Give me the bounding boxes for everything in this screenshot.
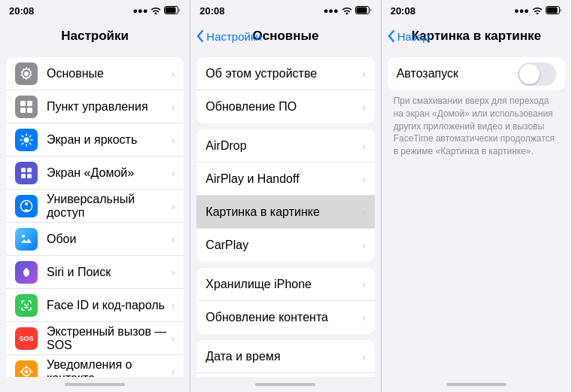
home-bar-3	[446, 383, 507, 386]
chevron-sos: ›	[172, 333, 175, 345]
label-carplay: CarPlay	[205, 239, 359, 252]
chevron-airplay: ›	[362, 173, 366, 185]
signal-icon: ●●●	[132, 6, 148, 15]
row-airplay[interactable]: AirPlay и Handoff ›	[196, 163, 374, 196]
svg-rect-43	[546, 7, 557, 13]
pip-content: Автозапуск При смахивании вверх для пере…	[382, 51, 571, 377]
label-obnovlenie: Обновление ПО	[205, 100, 359, 114]
svg-point-22	[22, 235, 25, 238]
status-icons-2: ●●●	[324, 6, 372, 16]
status-icons-1: ●●●	[132, 6, 181, 16]
svg-point-2	[24, 71, 29, 76]
svg-rect-18	[21, 174, 26, 178]
status-bar-2: 20:08 ●●●	[190, 0, 380, 21]
row-uved[interactable]: Уведомления о контакте ›	[6, 355, 184, 377]
row-kartinka[interactable]: Картинка в картинке ›	[196, 196, 374, 229]
svg-line-12	[22, 135, 23, 136]
icon-uved	[15, 360, 38, 378]
row-hranilische[interactable]: Хранилище iPhone ›	[196, 268, 374, 301]
svg-line-13	[29, 143, 30, 144]
row-carplay[interactable]: CarPlay ›	[196, 229, 374, 262]
osnov-group-3: Хранилище iPhone › Обновление контента ›	[196, 268, 374, 334]
label-uved: Уведомления о контакте	[47, 358, 169, 378]
row-obnovlenie2[interactable]: Обновление контента ›	[196, 301, 374, 334]
icon-sos: SOS	[15, 327, 38, 350]
osnov-section-2: AirDrop › AirPlay и Handoff › Картинка в…	[190, 129, 380, 262]
row-ekran-dom[interactable]: Экран «Домой» ›	[6, 156, 184, 190]
row-faceid[interactable]: Face ID и код-пароль ›	[6, 289, 184, 322]
status-time-3: 20:08	[391, 5, 415, 17]
nav-bar-1: Настройки	[0, 21, 190, 51]
settings-title: Настройки	[61, 29, 129, 44]
row-avtozapusk[interactable]: Автозапуск	[388, 57, 565, 90]
icon-ekran-dom	[15, 162, 38, 184]
osnov-section-4: Дата и время › Клавиатура › Шрифты › Язы…	[190, 340, 380, 377]
row-siri[interactable]: Siri и Поиск ›	[6, 256, 184, 289]
svg-rect-5	[20, 108, 26, 113]
row-universal[interactable]: Универсальный доступ ›	[6, 190, 184, 223]
label-obustroystve: Об этом устройстве	[205, 67, 359, 81]
label-airplay: AirPlay и Handoff	[205, 172, 359, 186]
row-data[interactable]: Дата и время ›	[196, 340, 374, 373]
chevron-punkt: ›	[172, 101, 175, 113]
wifi-icon	[151, 6, 161, 16]
chevron-osnovnye: ›	[172, 68, 175, 80]
settings-group-main: Основные › Пункт управления ›	[6, 57, 184, 377]
label-faceid: Face ID и код-пароль	[47, 299, 169, 312]
label-sos: Экстренный вызов — SOS	[47, 325, 169, 352]
settings-list: Основные › Пункт управления ›	[0, 51, 190, 377]
icon-universal	[15, 195, 38, 217]
row-oboi[interactable]: Обои ›	[6, 223, 184, 256]
row-ekran-yarkost[interactable]: Экран и яркость ›	[6, 123, 184, 156]
status-bar-1: 20:08 ●●●	[0, 0, 190, 21]
panel-settings: 20:08 ●●● Настройки	[0, 0, 190, 392]
pip-title: Картинка в картинке	[412, 29, 541, 44]
row-sos[interactable]: SOS Экстренный вызов — SOS ›	[6, 322, 184, 355]
chevron-obustroystve: ›	[362, 68, 366, 80]
nav-bar-3: Назад Картинка в картинке	[382, 21, 571, 51]
svg-rect-6	[27, 108, 32, 113]
label-data: Дата и время	[205, 350, 359, 363]
label-universal: Универсальный доступ	[47, 193, 169, 220]
icon-oboi	[15, 228, 38, 251]
label-airdrop: AirDrop	[205, 139, 359, 153]
row-obustroystve[interactable]: Об этом устройстве ›	[196, 57, 374, 90]
label-obnovlenie2: Обновление контента	[205, 311, 359, 324]
chevron-uved: ›	[172, 366, 175, 378]
osnov-group-4: Дата и время › Клавиатура › Шрифты › Язы…	[196, 340, 374, 377]
pip-section-1: Автозапуск При смахивании вверх для пере…	[382, 57, 571, 164]
label-punkt: Пункт управления	[47, 100, 169, 114]
home-bar-2	[255, 383, 315, 386]
svg-rect-16	[21, 168, 26, 172]
svg-rect-19	[27, 174, 32, 178]
svg-line-14	[29, 135, 30, 136]
status-time-2: 20:08	[199, 5, 224, 17]
toggle-avtozapusk[interactable]	[518, 62, 556, 86]
icon-ekran-yarkost	[15, 129, 38, 151]
label-avtozapusk: Автозапуск	[397, 67, 518, 81]
wifi-icon-2	[342, 6, 352, 16]
label-siri: Siri и Поиск	[47, 266, 169, 279]
signal-icon-2: ●●●	[324, 6, 339, 15]
row-osnovnye[interactable]: Основные ›	[6, 57, 184, 90]
chevron-ekran-yarkost: ›	[172, 134, 175, 146]
status-icons-3: ●●●	[514, 6, 562, 16]
signal-icon-3: ●●●	[514, 6, 529, 15]
chevron-siri: ›	[172, 266, 175, 278]
row-airdrop[interactable]: AirDrop ›	[196, 129, 374, 163]
svg-point-7	[24, 137, 29, 142]
icon-osnovnye	[15, 62, 38, 85]
row-punkt[interactable]: Пункт управления ›	[6, 90, 184, 123]
status-bar-3: 20:08 ●●●	[382, 0, 571, 21]
row-klaviatura[interactable]: Клавиатура ›	[196, 373, 374, 377]
back-button-3[interactable]: Назад	[388, 30, 430, 43]
back-button-2[interactable]: Настройки	[196, 30, 262, 43]
chevron-obnovlenie2: ›	[362, 311, 366, 324]
osnov-section-3: Хранилище iPhone › Обновление контента ›	[190, 268, 380, 334]
osnov-section-1: Об этом устройстве › Обновление ПО ›	[190, 57, 380, 123]
home-indicator-2	[190, 377, 380, 392]
row-obnovlenie[interactable]: Обновление ПО ›	[196, 90, 374, 123]
home-indicator-3	[382, 377, 571, 392]
pip-description: При смахивании вверх для перехода на экр…	[382, 90, 571, 164]
icon-faceid	[15, 294, 38, 317]
